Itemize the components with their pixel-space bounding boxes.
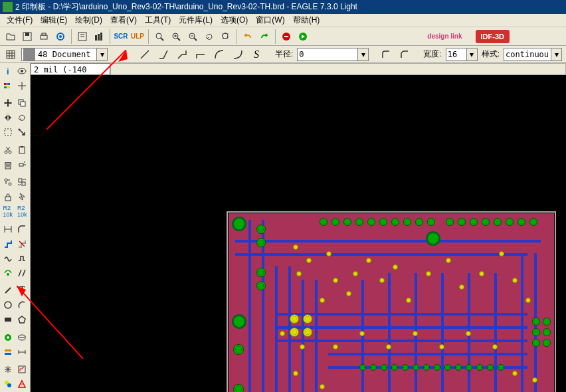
wire-tool[interactable] — [1, 252, 15, 265]
radius-field[interactable]: ▾ — [297, 48, 369, 61]
move-tool[interactable] — [1, 96, 15, 110]
width-input[interactable] — [446, 49, 466, 60]
save-button[interactable] — [19, 29, 35, 45]
copy-tool[interactable] — [16, 96, 29, 110]
menu-view[interactable]: 查看(V) — [106, 13, 141, 27]
replace-tool[interactable] — [16, 175, 29, 189]
drill-tool[interactable] — [16, 331, 29, 344]
zoom-select-button[interactable] — [218, 29, 234, 45]
hole-tool[interactable] — [16, 266, 29, 280]
svg-line-13 — [161, 38, 163, 41]
group-tool[interactable] — [1, 126, 15, 139]
layer-dropdown-icon[interactable]: ▾ — [96, 49, 107, 60]
menu-file[interactable]: 文件(F) — [3, 13, 37, 27]
open-button[interactable] — [3, 29, 19, 45]
go-button[interactable] — [295, 29, 311, 45]
print-button[interactable] — [36, 29, 52, 45]
zoom-fit-button[interactable] — [151, 29, 167, 45]
designlink-button[interactable]: design link — [423, 30, 466, 43]
mirror-tool[interactable] — [1, 111, 15, 124]
svg-point-69 — [7, 336, 9, 339]
change-tool[interactable] — [16, 126, 29, 139]
ulp-button[interactable]: ULP — [130, 29, 145, 45]
paste-tool[interactable] — [16, 144, 29, 157]
erc-tool[interactable] — [1, 377, 15, 391]
redraw-button[interactable] — [201, 29, 217, 45]
wirestyle-3[interactable] — [155, 47, 171, 62]
line-tool[interactable] — [1, 284, 15, 297]
miter-straight-button[interactable] — [397, 47, 413, 62]
style-input[interactable] — [504, 49, 551, 60]
lock-tool[interactable] — [1, 190, 15, 203]
canvas[interactable] — [31, 75, 566, 392]
menu-draw[interactable]: 绘制(D) — [71, 13, 106, 27]
wirestyle-5[interactable] — [193, 47, 209, 62]
schematic-button[interactable] — [74, 29, 90, 45]
style-field[interactable]: ▾ — [504, 48, 562, 61]
polygon-tool[interactable] — [16, 313, 29, 326]
show-tool[interactable] — [16, 64, 29, 78]
menu-options[interactable]: 选项(O) — [217, 13, 252, 27]
split-tool[interactable] — [1, 223, 15, 236]
width-field[interactable]: ▾ — [446, 48, 478, 61]
menu-window[interactable]: 窗口(W) — [252, 13, 288, 27]
pad-via-tool[interactable] — [1, 331, 15, 344]
info-tool[interactable]: i — [1, 64, 15, 78]
style-dropdown-icon[interactable]: ▾ — [551, 49, 561, 60]
via-tool[interactable] — [1, 266, 15, 280]
scr-button[interactable]: SCR — [113, 29, 129, 45]
menu-edit[interactable]: 编辑(E) — [37, 13, 71, 27]
grid-button[interactable] — [3, 47, 19, 62]
wirestyle-2[interactable] — [137, 47, 153, 62]
name-tool[interactable]: R210k — [1, 205, 15, 218]
layer-selector[interactable]: ▾ — [21, 48, 108, 61]
circle-tool[interactable] — [1, 298, 15, 312]
pinswap-tool[interactable] — [1, 175, 15, 189]
menu-tools[interactable]: 工具(T) — [141, 13, 175, 27]
menu-library[interactable]: 元件库(L) — [175, 13, 217, 27]
undo-button[interactable] — [240, 29, 256, 45]
delete-tool[interactable] — [1, 158, 15, 171]
width-dropdown-icon[interactable]: ▾ — [466, 49, 477, 60]
value-tool[interactable]: R210k — [16, 205, 29, 218]
wirestyle-1[interactable] — [118, 47, 134, 62]
route-tool[interactable] — [1, 237, 15, 250]
display-tool[interactable] — [1, 79, 15, 92]
add-tool[interactable] — [16, 158, 29, 171]
rect-tool[interactable] — [1, 313, 15, 326]
ratsnest-tool[interactable] — [1, 363, 15, 376]
svg-rect-30 — [4, 86, 7, 88]
auto-tool[interactable] — [16, 363, 29, 376]
zoom-in-button[interactable] — [168, 29, 184, 45]
svg-rect-44 — [21, 146, 23, 147]
wirestyle-8[interactable]: S — [248, 47, 264, 62]
drc-tool[interactable] — [16, 377, 29, 391]
ripup-tool[interactable] — [16, 237, 29, 250]
miter-tool[interactable] — [16, 223, 29, 236]
wirestyle-4[interactable] — [174, 47, 190, 62]
text-tool[interactable]: T — [16, 284, 29, 297]
svg-line-41 — [7, 147, 10, 151]
signal-tool[interactable] — [16, 252, 29, 265]
idf3d-button[interactable]: IDF-3D — [476, 30, 510, 43]
layer-input[interactable] — [37, 49, 96, 60]
redo-button[interactable] — [256, 29, 272, 45]
radius-input[interactable] — [298, 49, 357, 60]
wirestyle-6[interactable] — [211, 47, 227, 62]
cam-button[interactable] — [52, 29, 68, 45]
svg-rect-50 — [19, 163, 23, 166]
attribute-tool[interactable] — [1, 345, 15, 359]
zoom-out-button[interactable] — [185, 29, 201, 45]
cut-tool[interactable] — [1, 144, 15, 157]
stop-button[interactable] — [278, 29, 294, 45]
mark-tool[interactable] — [16, 79, 29, 92]
rotate-tool[interactable] — [16, 111, 29, 124]
menu-help[interactable]: 帮助(H) — [289, 13, 324, 27]
smash-tool[interactable] — [16, 190, 29, 203]
miter-round-button[interactable] — [378, 47, 394, 62]
radius-dropdown-icon[interactable]: ▾ — [357, 49, 368, 60]
dimension-tool[interactable] — [16, 345, 29, 359]
board-button[interactable] — [91, 29, 107, 45]
wirestyle-7[interactable] — [230, 47, 246, 62]
arc-tool[interactable] — [16, 298, 29, 312]
